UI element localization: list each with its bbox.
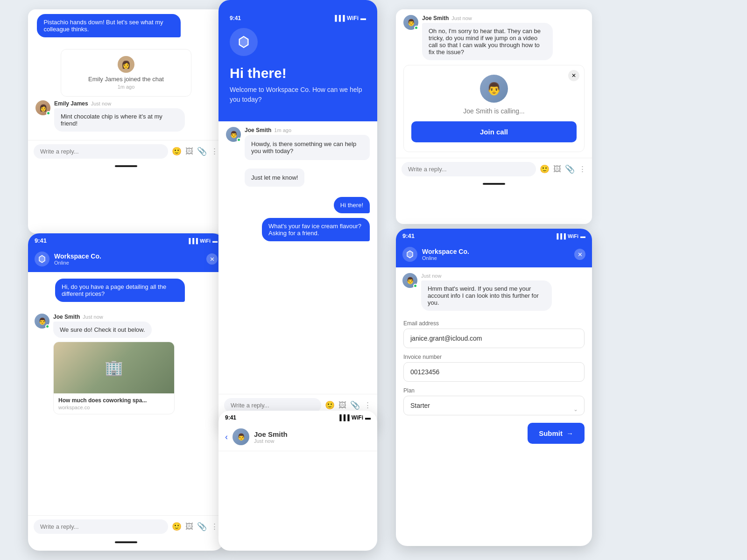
call-card: ✕ 👨 Joe Smith is calling... Join call: [403, 65, 585, 152]
avatar: 👨: [403, 15, 418, 30]
chat-header: Workspace Co. Online ✕: [28, 246, 224, 272]
more-icon[interactable]: ⋮: [211, 147, 218, 156]
preview-domain: workspace.co: [58, 405, 169, 410]
status-time: 9:41: [230, 15, 241, 21]
reply-input[interactable]: [402, 162, 536, 176]
more-icon[interactable]: ⋮: [364, 400, 372, 410]
agent-row: 👨 Joe Smith Just now We sure do! Check i…: [35, 314, 218, 338]
agent-time: Just now: [451, 15, 472, 21]
status-bar: 9:41 ▐▐▐ WiFi ▬: [28, 233, 224, 246]
invoice-label: Invoice number: [403, 354, 585, 360]
attach-icon[interactable]: 📎: [197, 522, 207, 532]
agent-name: Joe Smith: [245, 127, 271, 133]
home-indicator: [115, 165, 137, 167]
wifi-icon: WiFi: [200, 238, 211, 244]
link-preview[interactable]: 🏢 How much does coworking spa... workspa…: [53, 342, 175, 414]
status-icons: ▐▐▐ WiFi ▬: [338, 414, 371, 421]
support-message: Oh no, I'm sorry to hear that. They can …: [422, 23, 553, 60]
close-button[interactable]: ✕: [574, 249, 585, 260]
more-icon[interactable]: ⋮: [578, 164, 586, 174]
signal-icon: ▐▐▐: [187, 238, 197, 244]
agent-time: Just now: [421, 273, 552, 279]
more-icon[interactable]: ⋮: [211, 522, 218, 532]
call-card-close[interactable]: ✕: [568, 70, 579, 81]
wifi-icon: WiFi: [568, 233, 578, 239]
desktop-chat-widget: Pistachio hands down! But let's see what…: [28, 9, 224, 233]
home-indicator: [115, 541, 137, 543]
attach-icon[interactable]: 📎: [350, 400, 360, 410]
email-label: Email address: [403, 320, 585, 327]
attach-icon[interactable]: 📎: [197, 147, 207, 156]
reply-bar: 🙂 🖼 📎 ⋮: [28, 140, 224, 162]
chat-header-bottom: ‹ 👨 Joe Smith Just now: [218, 423, 377, 451]
preview-text: How much does coworking spa... workspace…: [54, 393, 174, 414]
brand-name: Workspace Co.: [54, 252, 101, 260]
back-button[interactable]: ‹: [225, 432, 228, 442]
reply-input[interactable]: [34, 519, 168, 534]
bot-row-1: Hi there!: [226, 197, 370, 213]
invoice-input[interactable]: [403, 362, 585, 382]
avatar: 👩: [35, 100, 50, 115]
support-body: 👨 Joe Smith Just now Oh no, I'm sorry to…: [396, 9, 592, 158]
plan-select[interactable]: Starter Pro Enterprise: [403, 396, 585, 415]
agent-name: Joe Smith: [53, 314, 80, 320]
msg-bubble-1: Howdy, is there something we can help yo…: [245, 135, 370, 160]
image-icon[interactable]: 🖼: [338, 401, 346, 410]
image-icon[interactable]: 🖼: [553, 165, 561, 174]
reply-bar: 🙂 🖼 📎 ⋮: [28, 515, 224, 538]
brand-status: Online: [422, 255, 469, 261]
online-dot: [237, 138, 241, 142]
phone-left-frame: 9:41 ▐▐▐ WiFi ▬ Workspace Co. Online ✕ H…: [28, 233, 224, 551]
reply-input[interactable]: [34, 144, 168, 159]
join-call-button[interactable]: Join call: [411, 121, 577, 142]
join-text: Emily James joined the chat: [69, 76, 183, 83]
caller-avatar: 👨: [480, 75, 508, 103]
chat-body: Hi, do you have a page detailing all the…: [28, 272, 224, 416]
submit-button[interactable]: Submit →: [528, 423, 585, 444]
image-icon[interactable]: 🖼: [185, 147, 193, 156]
avatar: 👨: [233, 428, 249, 445]
sent-message-row: Pistachio hands down! But let's see what…: [35, 14, 217, 45]
sent-row: Hi, do you have a page detailing all the…: [35, 279, 218, 310]
close-button[interactable]: ✕: [206, 253, 218, 265]
signal-icon: ▐▐▐: [333, 15, 345, 21]
email-input[interactable]: [403, 329, 585, 348]
status-icons: ▐▐▐ WiFi ▬: [333, 15, 366, 21]
status-bar-bottom: 9:41 ▐▐▐ WiFi ▬: [218, 411, 377, 423]
emoji-icon[interactable]: 🙂: [172, 147, 182, 156]
avatar-emily: 👩: [118, 56, 134, 73]
reply-bar: 🙂 🖼 📎 ⋮: [396, 158, 592, 180]
agent-bubble: We sure do! Check it out below.: [53, 322, 152, 338]
status-bar: 9:41 ▐▐▐ WiFi ▬: [396, 229, 592, 241]
wifi-icon: WiFi: [347, 15, 359, 21]
agent-msg-section: 👨 Just now Hmm that's weird. If you send…: [396, 267, 592, 311]
blue-hero-section: 9:41 ▐▐▐ WiFi ▬ ✕ Hi there! Welcome to W…: [218, 0, 377, 121]
agent-time: Just now: [83, 314, 103, 320]
preview-image: 🏢: [54, 342, 174, 393]
signal-icon: ▐▐▐: [338, 414, 350, 421]
hero-subtitle: Welcome to Workspace Co. How can we help…: [230, 85, 366, 105]
msg-bubble-2: Just let me know!: [245, 168, 304, 187]
online-dot: [45, 324, 49, 329]
image-icon[interactable]: 🖼: [185, 522, 193, 532]
battery-icon: ▬: [580, 233, 585, 239]
brand-status: Online: [54, 260, 101, 266]
status-icons: ▐▐▐ WiFi ▬: [187, 238, 218, 244]
emoji-icon[interactable]: 🙂: [325, 400, 335, 410]
chat-body: 👨 Joe Smith 1m ago Howdy, is there somet…: [218, 121, 377, 252]
phone-right-frame: 9:41 ▐▐▐ WiFi ▬ Workspace Co. Online ✕ 👨…: [396, 229, 592, 546]
emoji-icon[interactable]: 🙂: [172, 522, 182, 532]
agent-name: Joe Smith: [422, 15, 449, 21]
read-receipt: ✓✓: [55, 305, 218, 310]
msg-row-2: Just let me know!: [245, 168, 370, 191]
agent-message-row: 👩 Emily James Just now Mint chocolate ch…: [35, 100, 217, 132]
agent-time: 1m ago: [274, 127, 291, 133]
read-receipt: ✓✓: [37, 40, 217, 45]
hero-logo: [230, 28, 258, 56]
attach-icon[interactable]: 📎: [565, 164, 575, 174]
agent-time: Just now: [91, 101, 111, 106]
emoji-icon[interactable]: 🙂: [540, 164, 550, 174]
account-form: Email address Invoice number Plan Starte…: [396, 315, 592, 449]
agent-row: 👨 Joe Smith 1m ago Howdy, is there somet…: [226, 127, 370, 165]
caller-name: Joe Smith: [254, 430, 288, 438]
